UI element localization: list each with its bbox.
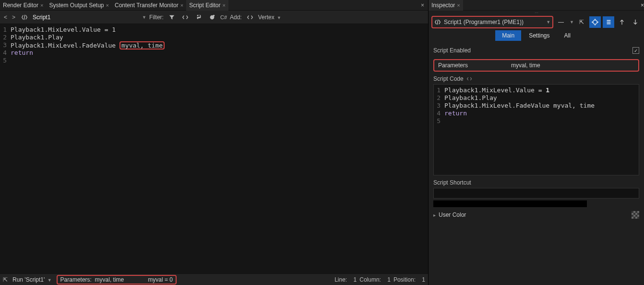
inspector-code-editor[interactable]: 12345 Playback1.MixLevel.Value = 1 Playb… xyxy=(433,84,639,175)
script-icon xyxy=(434,19,441,25)
tab-inspector[interactable]: Inspector× xyxy=(429,0,463,11)
expand-icon[interactable]: ▸ xyxy=(433,212,436,218)
minimize-icon[interactable]: — xyxy=(555,16,567,28)
tab-main[interactable]: Main xyxy=(495,30,521,41)
pin-icon[interactable]: ⇱ xyxy=(576,16,587,28)
shortcut-color-bar xyxy=(433,200,587,207)
csharp-filter-button[interactable]: C# xyxy=(220,12,227,22)
editor-tabbar: Render Editor× System Output Setup× Cont… xyxy=(0,0,428,11)
nav-back-icon[interactable]: < xyxy=(3,14,8,21)
filter-label: Filter: xyxy=(149,14,164,21)
pin-icon[interactable]: ⇱ xyxy=(3,276,8,283)
position-indicator: Position: 1 xyxy=(394,276,425,283)
chevron-down-icon[interactable]: ▼ xyxy=(570,20,574,25)
chevron-down-icon[interactable]: ▼ xyxy=(142,15,146,20)
script-toolbar: < > Script1 ▼ Filter: C# Add: Vertex ▼ xyxy=(0,11,428,24)
tab-settings[interactable]: Settings xyxy=(522,30,556,41)
nav-forward-icon[interactable]: > xyxy=(11,14,16,21)
object-selector[interactable]: Script1 (Programmer1 (PME1)) ▼ xyxy=(431,16,553,28)
add-code-icon[interactable] xyxy=(245,12,255,22)
code-body[interactable]: Playback1.MixLevel.Value = 1 Playback1.P… xyxy=(442,85,639,175)
close-icon[interactable]: × xyxy=(106,2,109,8)
tab-script-editor[interactable]: Script Editor× xyxy=(186,0,228,11)
user-color-swatch[interactable] xyxy=(632,211,639,219)
parameters-row[interactable]: Parameters myval, time xyxy=(433,59,639,72)
python-filter-icon[interactable] xyxy=(193,12,204,22)
script-shortcut-label: Script Shortcut xyxy=(433,179,639,186)
script-code-label: Script Code xyxy=(433,75,639,82)
inspector-tabbar: Inspector× × xyxy=(429,0,644,11)
code-filter-icon[interactable] xyxy=(180,12,191,22)
tab-render-editor[interactable]: Render Editor× xyxy=(0,0,46,11)
line-gutter: 12345 xyxy=(434,85,442,175)
arrow-up-icon[interactable] xyxy=(616,16,628,28)
arrow-down-icon[interactable] xyxy=(630,16,641,28)
inspector-tabs: Main Settings All xyxy=(429,29,644,42)
list-icon[interactable] xyxy=(603,16,614,28)
panel-close-icon[interactable]: × xyxy=(417,2,428,9)
user-color-label: User Color xyxy=(439,211,466,218)
close-icon[interactable]: × xyxy=(223,2,226,8)
run-button[interactable]: Run 'Script1' ▼ xyxy=(12,276,52,283)
tab-system-output[interactable]: System Output Setup× xyxy=(46,0,112,11)
svg-point-2 xyxy=(593,20,597,25)
close-icon[interactable]: × xyxy=(40,2,43,8)
filter-icon[interactable] xyxy=(167,12,177,22)
column-indicator: Column: 1 xyxy=(359,276,391,283)
params-highlight: myval, time xyxy=(119,41,165,50)
code-body[interactable]: Playback1.MixLevel.Value = 1 Playback1.P… xyxy=(9,24,428,273)
close-icon[interactable]: × xyxy=(180,2,183,8)
status-bar: ⇱ Run 'Script1' ▼ Parameters: myval, tim… xyxy=(0,273,428,285)
script-enabled-checkbox[interactable]: ✓ xyxy=(632,47,639,54)
add-label: Add: xyxy=(230,14,242,21)
script-icon xyxy=(19,12,30,22)
script-enabled-label: Script Enabled xyxy=(433,47,632,54)
status-params-highlight: Parameters: myval, time myval = 0 xyxy=(57,275,177,285)
panel-close-icon[interactable]: × xyxy=(641,2,644,9)
parameters-label: Parameters xyxy=(434,62,511,69)
close-icon[interactable]: × xyxy=(457,2,460,8)
code-icon xyxy=(466,76,472,82)
shortcut-input[interactable] xyxy=(433,188,639,198)
code-editor[interactable]: 12345 Playback1.MixLevel.Value = 1 Playb… xyxy=(0,24,428,273)
tab-all[interactable]: All xyxy=(558,30,577,41)
module-filter-icon[interactable] xyxy=(207,12,217,22)
svg-point-1 xyxy=(213,14,215,16)
line-indicator: Line: 1 xyxy=(334,276,357,283)
drag-handle-icon[interactable]: ⋯ xyxy=(429,11,644,15)
parameters-value[interactable]: myval, time xyxy=(511,62,638,69)
locate-icon[interactable] xyxy=(589,16,601,28)
tab-content-transfer[interactable]: Content Transfer Monitor× xyxy=(112,0,186,11)
add-type-dropdown[interactable]: Vertex ▼ xyxy=(258,14,281,21)
line-gutter: 12345 xyxy=(0,24,9,273)
breadcrumb[interactable]: Script1 xyxy=(33,14,138,21)
